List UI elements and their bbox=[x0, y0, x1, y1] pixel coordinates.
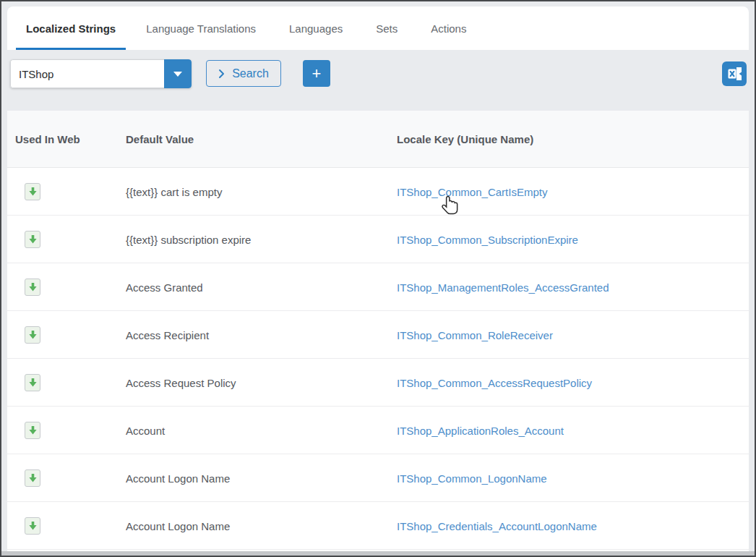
table-row: Access Request Policy ITShop_Common_Acce… bbox=[7, 359, 749, 407]
download-button[interactable] bbox=[25, 469, 40, 487]
caret-down-icon bbox=[173, 72, 182, 77]
download-button[interactable] bbox=[25, 326, 40, 344]
download-button[interactable] bbox=[25, 231, 40, 248]
download-icon bbox=[28, 425, 38, 435]
locale-key-link[interactable]: ITShop_ManagementRoles_AccessGranted bbox=[397, 281, 609, 293]
dropdown-toggle-button[interactable] bbox=[164, 59, 192, 88]
tab-languages[interactable]: Languages bbox=[276, 7, 356, 50]
search-button[interactable]: Search bbox=[206, 60, 281, 87]
table-row: {{text}} cart is empty ITShop_Common_Car… bbox=[7, 168, 749, 216]
table-row: Access Recipient ITShop_Common_RoleRecei… bbox=[7, 311, 749, 359]
default-value-cell: Account Logon Name bbox=[126, 472, 230, 484]
locale-key-link[interactable]: ITShop_Common_CartIsEmpty bbox=[397, 185, 547, 197]
tab-actions[interactable]: Actions bbox=[418, 7, 479, 50]
default-value-cell: Access Granted bbox=[126, 281, 203, 293]
default-value-cell: Access Recipient bbox=[126, 328, 209, 341]
table-header-row: Used In Web Default Value Locale Key (Un… bbox=[7, 111, 749, 168]
default-value-cell: Access Request Policy bbox=[126, 376, 236, 388]
locale-key-link[interactable]: ITShop_Common_LogonName bbox=[397, 472, 547, 484]
download-icon bbox=[28, 521, 38, 531]
default-value-cell: {{text}} cart is empty bbox=[126, 185, 222, 197]
column-header-used-in-web: Used In Web bbox=[15, 133, 80, 145]
table-row: Access Granted ITShop_ManagementRoles_Ac… bbox=[7, 263, 749, 311]
default-value-cell: {{text}} subscription expire bbox=[126, 233, 251, 245]
tab-bar: Localized Strings Language Translations … bbox=[7, 7, 749, 50]
locale-key-link[interactable]: ITShop_Common_AccessRequestPolicy bbox=[397, 376, 592, 388]
download-icon bbox=[28, 473, 38, 483]
excel-export-icon bbox=[727, 67, 742, 81]
download-button[interactable] bbox=[25, 422, 40, 439]
tab-localized-strings[interactable]: Localized Strings bbox=[16, 7, 126, 50]
download-icon bbox=[28, 234, 38, 245]
localization-editor-window: Localized Strings Language Translations … bbox=[0, 0, 756, 557]
column-header-locale-key: Locale Key (Unique Name) bbox=[397, 133, 533, 145]
table-row: Account ITShop_ApplicationRoles_Account bbox=[7, 407, 749, 454]
table-row: Account Logon Name ITShop_Credentials_Ac… bbox=[7, 502, 749, 550]
export-excel-button[interactable] bbox=[722, 61, 747, 86]
default-value-cell: Account Logon Name bbox=[126, 519, 230, 532]
tab-label: Languages bbox=[289, 22, 343, 35]
locale-key-link[interactable]: ITShop_Common_SubscriptionExpire bbox=[397, 233, 578, 245]
column-header-default-value: Default Value bbox=[126, 133, 194, 145]
tab-sets[interactable]: Sets bbox=[363, 7, 411, 50]
add-string-button[interactable]: + bbox=[303, 60, 330, 87]
localized-strings-table: Used In Web Default Value Locale Key (Un… bbox=[7, 111, 749, 551]
table-row: {{text}} subscription expire ITShop_Comm… bbox=[7, 216, 749, 263]
download-icon bbox=[28, 330, 38, 340]
chevron-right-icon bbox=[218, 69, 225, 79]
download-button[interactable] bbox=[25, 374, 40, 391]
tab-label: Sets bbox=[376, 22, 398, 35]
tab-language-translations[interactable]: Language Translations bbox=[133, 7, 269, 50]
download-icon bbox=[28, 187, 38, 197]
table-body: {{text}} cart is empty ITShop_Common_Car… bbox=[7, 168, 749, 550]
tab-label: Language Translations bbox=[146, 22, 256, 35]
default-value-cell: Account bbox=[126, 424, 165, 436]
download-button[interactable] bbox=[25, 278, 40, 296]
locale-key-link[interactable]: ITShop_Credentials_AccountLogonName bbox=[397, 519, 597, 532]
download-icon bbox=[28, 378, 38, 388]
table-select-value[interactable]: ITShop bbox=[10, 59, 164, 88]
search-button-label: Search bbox=[232, 67, 269, 80]
tab-label: Actions bbox=[431, 22, 466, 35]
table-row: Account Logon Name ITShop_Common_LogonNa… bbox=[7, 454, 749, 502]
download-icon bbox=[28, 282, 38, 292]
horizontal-scrollbar[interactable] bbox=[1, 551, 755, 556]
locale-key-link[interactable]: ITShop_ApplicationRoles_Account bbox=[397, 424, 564, 436]
download-button[interactable] bbox=[25, 183, 40, 200]
download-button[interactable] bbox=[25, 517, 40, 535]
plus-icon: + bbox=[312, 66, 322, 82]
locale-key-link[interactable]: ITShop_Common_RoleReceiver bbox=[397, 328, 553, 341]
table-select-dropdown[interactable]: ITShop bbox=[10, 59, 192, 88]
tab-label: Localized Strings bbox=[26, 22, 116, 35]
